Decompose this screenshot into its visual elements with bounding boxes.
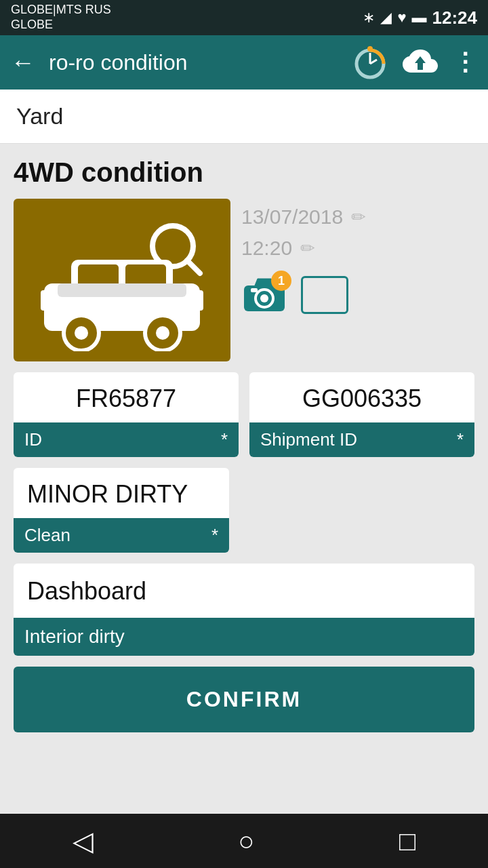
camera-button[interactable]: 1 <box>241 275 287 315</box>
shipment-id-label-bar: Shipment ID * <box>249 422 474 457</box>
svg-line-6 <box>187 260 200 273</box>
section-label: Yard <box>0 90 488 144</box>
nav-recent-button[interactable]: □ <box>399 826 415 856</box>
bluetooth-icon: ∗ <box>363 9 375 26</box>
main-content: 4WD condition <box>0 144 488 746</box>
shipment-id-label: Shipment ID <box>260 429 357 450</box>
vehicle-svg <box>24 209 220 351</box>
action-icons-row: 1 <box>241 275 474 315</box>
id-label-bar: ID * <box>14 422 239 457</box>
network-name: GLOBE <box>11 18 111 33</box>
svg-point-3 <box>367 46 373 52</box>
svg-rect-15 <box>41 290 54 311</box>
svg-rect-21 <box>251 288 258 292</box>
carrier-name: GLOBE|MTS RUS <box>11 3 111 18</box>
signal-icon: ♥ <box>397 9 406 26</box>
date-value: 13/07/2018 <box>241 205 343 229</box>
id-fields-row: FR65877 ID * GG006335 Shipment ID * <box>14 372 474 457</box>
wifi-icon: ◢ <box>380 9 392 26</box>
time-row: 12:20 ✏ <box>241 237 474 260</box>
dashboard-label: Interior dirty <box>24 626 125 647</box>
clean-label-bar: Clean * <box>14 518 229 553</box>
id-required: * <box>221 429 228 450</box>
confirm-button[interactable]: CONFIRM <box>14 667 474 732</box>
nav-home-button[interactable]: ○ <box>238 826 254 856</box>
id-label: ID <box>24 429 42 450</box>
more-menu-button[interactable]: ⋮ <box>453 48 477 77</box>
carrier-info: GLOBE|MTS RUS GLOBE <box>11 3 111 32</box>
dashboard-value: Dashboard <box>14 564 474 618</box>
time-edit-icon[interactable]: ✏ <box>300 238 315 259</box>
id-value: FR65877 <box>14 372 239 422</box>
status-bar: GLOBE|MTS RUS GLOBE ∗ ◢ ♥ ▬ 12:24 <box>0 0 488 35</box>
date-edit-icon[interactable]: ✏ <box>351 207 366 228</box>
dashboard-label-bar: Interior dirty <box>14 618 474 656</box>
svg-point-20 <box>260 294 268 302</box>
dashboard-field[interactable]: Dashboard Interior dirty <box>14 564 474 656</box>
svg-point-14 <box>156 326 169 340</box>
top-bar-icons: ⋮ <box>352 45 477 80</box>
bottom-nav: ◁ ○ □ <box>0 814 488 868</box>
shipment-id-value: GG006335 <box>249 372 474 422</box>
status-time: 12:24 <box>432 7 478 28</box>
svg-rect-17 <box>58 283 186 297</box>
time-value: 12:20 <box>241 237 292 260</box>
clean-required: * <box>211 525 218 546</box>
svg-point-12 <box>75 326 88 340</box>
shipment-id-required: * <box>457 429 464 450</box>
upper-right: 13/07/2018 ✏ 12:20 ✏ 1 <box>241 199 474 361</box>
svg-rect-16 <box>190 290 203 311</box>
battery-icon: ▬ <box>412 9 427 26</box>
clean-label: Clean <box>24 525 70 546</box>
upper-row: 13/07/2018 ✏ 12:20 ✏ 1 <box>14 199 474 361</box>
shipment-id-field[interactable]: GG006335 Shipment ID * <box>249 372 474 457</box>
clean-field[interactable]: MINOR DIRTY Clean * <box>14 468 229 553</box>
vehicle-image <box>14 199 230 361</box>
nav-back-button[interactable]: ◁ <box>73 825 94 856</box>
status-icons: ∗ ◢ ♥ ▬ 12:24 <box>363 7 477 28</box>
clean-value: MINOR DIRTY <box>14 468 229 518</box>
photo-count-badge: 1 <box>271 271 291 291</box>
id-field[interactable]: FR65877 ID * <box>14 372 239 457</box>
page-title: ro-ro condition <box>49 50 339 75</box>
date-row: 13/07/2018 ✏ <box>241 205 474 229</box>
comment-button[interactable] <box>301 276 348 314</box>
card-title: 4WD condition <box>14 157 474 188</box>
back-button[interactable]: ← <box>11 50 35 75</box>
timer-icon[interactable] <box>352 45 388 80</box>
section-text: Yard <box>16 103 63 129</box>
top-bar: ← ro-ro condition ⋮ <box>0 35 488 90</box>
cloud-upload-icon[interactable] <box>401 47 439 78</box>
